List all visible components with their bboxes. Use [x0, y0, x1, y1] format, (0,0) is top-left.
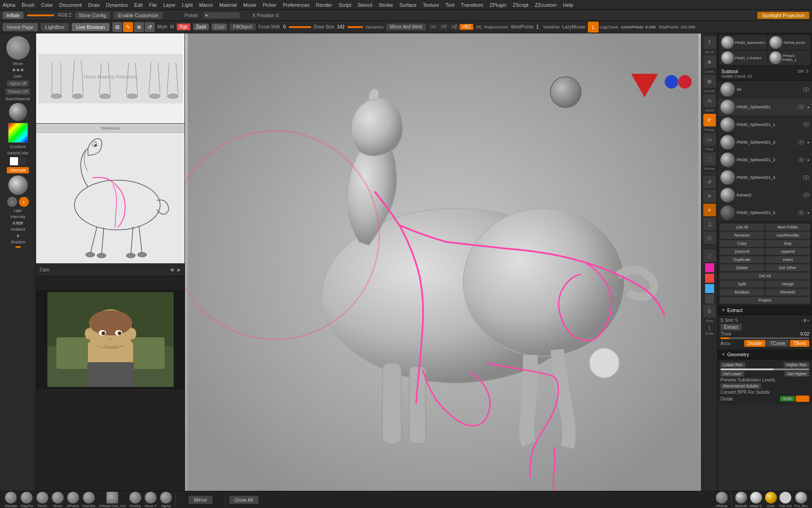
foreground-color[interactable] [10, 157, 18, 165]
subtool-item-extract2[interactable]: Extract2 [718, 186, 812, 204]
grow-all-button[interactable]: Grow All [229, 496, 258, 504]
menu-tool[interactable]: Tool [445, 2, 454, 8]
transp-icon[interactable]: ◻ [703, 232, 716, 244]
menu-brush[interactable]: Brush [22, 2, 35, 8]
tmtoly-item[interactable]: TMToly pm3d [768, 35, 810, 50]
menu-transform[interactable]: Transform [461, 2, 484, 8]
fill-object-button[interactable]: FillObject [230, 23, 256, 30]
s-smt-plus[interactable]: + [807, 318, 809, 323]
auto-reorder-button[interactable]: AutoReorder [766, 232, 811, 239]
subtool-item-sphere1-5[interactable]: PM3D_Sphere3D1_5 ● [718, 204, 812, 222]
sculpt-mode-icon[interactable]: ✎ [123, 22, 133, 32]
item-eye-sphere1-4[interactable] [803, 175, 809, 180]
item-eye-extract2[interactable] [803, 193, 809, 197]
item-eye-sphere1-3[interactable] [798, 140, 804, 144]
basicm-material[interactable]: BasicM [735, 492, 747, 508]
append-button[interactable]: Append [766, 248, 811, 255]
layer-icon[interactable]: ≡ [703, 204, 716, 216]
menu-document[interactable]: Document [59, 2, 82, 8]
zoom-icon[interactable]: ⊕ [703, 56, 716, 68]
aahlf-icon[interactable]: ½ [703, 94, 716, 107]
furbru-material[interactable]: Fur_Bru [794, 492, 807, 508]
menu-color[interactable]: Color [41, 2, 53, 8]
spotlight-projection-button[interactable]: Spotlight Projection [757, 12, 809, 19]
nav-head[interactable] [548, 74, 584, 110]
tbord-button[interactable]: TBord [790, 340, 809, 347]
divide-value-box[interactable] [796, 396, 809, 402]
delete-button[interactable]: Delete [720, 264, 765, 271]
s-smt-minus[interactable]: - [802, 318, 803, 323]
menu-macro[interactable]: Macro [199, 2, 213, 8]
double-button[interactable]: Double [744, 340, 766, 347]
tpose2-item[interactable]: TPose2 PM3D_1 [768, 51, 810, 65]
menu-edit[interactable]: Edit [134, 2, 143, 8]
item-eye-04[interactable] [803, 87, 809, 92]
alternate-button[interactable]: Alternate [7, 167, 28, 173]
menu-preferences[interactable]: Preferences [283, 2, 309, 8]
texture-off-button[interactable]: Texture Off [5, 89, 31, 95]
store-config-button[interactable]: Store Config [75, 12, 110, 19]
menu-zscript[interactable]: ZScript [513, 2, 529, 8]
menu-zzcustom[interactable]: ZZcustom [535, 2, 557, 8]
merge-button[interactable]: Merge [766, 280, 811, 288]
menu-draw[interactable]: Draw [88, 2, 100, 8]
scroll-icon[interactable]: ⤒ [703, 36, 716, 49]
menu-material[interactable]: Material [219, 2, 237, 8]
zmodel-orb-brush[interactable]: ZModel Orb_Crs [99, 492, 126, 508]
lazy-mouse-icon[interactable]: L [588, 22, 599, 33]
extract-button[interactable]: Extract [720, 324, 742, 331]
zadd-button[interactable]: Zadd [193, 23, 209, 30]
floor-icon[interactable]: ▭ [703, 133, 716, 146]
metalc-material[interactable]: Metal C [750, 492, 762, 508]
color-blue-swatch[interactable] [705, 284, 714, 293]
light-on-icon[interactable]: ● [19, 197, 29, 207]
brush-preview[interactable] [6, 36, 30, 60]
nav-head-sphere[interactable] [550, 76, 581, 108]
focal-shift-slider[interactable] [289, 26, 311, 28]
menu-surface[interactable]: Surface [399, 2, 416, 8]
insert-button[interactable]: Insert [766, 256, 811, 263]
draw-size-slider[interactable] [347, 26, 363, 28]
color-magenta-swatch[interactable] [705, 263, 714, 272]
flatcol-material[interactable]: Flat Col [780, 492, 792, 508]
mirror-weld-button[interactable]: Mirror And Weld [386, 23, 426, 30]
item-eye-sphere1[interactable] [798, 105, 804, 109]
menu-script[interactable]: Script [338, 2, 351, 8]
subtool-item-sphere1-1[interactable]: PM3D_Sphere3D1_1 [718, 116, 812, 134]
menu-dynamics[interactable]: Dynamics [106, 2, 128, 8]
lower-res-button[interactable]: Lower Res [720, 362, 745, 368]
menu-movie[interactable]: Movie [243, 2, 256, 8]
item-eye-sphere1-2[interactable] [798, 158, 804, 162]
viewport[interactable] [185, 33, 701, 491]
movet-brush[interactable]: Move T [145, 492, 157, 508]
pm3d-sphere3d1-item[interactable]: PM3D_Sphere3D1 [720, 35, 767, 50]
pm3d1-extract-item[interactable]: PM3D_1 Extract [720, 51, 767, 65]
extract-header[interactable]: ▼ Extract [718, 306, 812, 315]
subtool-item-sphere1[interactable]: PM3D_Sphere3D1 ● [718, 98, 812, 116]
pinch-brush[interactable]: Pinch [37, 492, 48, 508]
thick-slider[interactable] [720, 337, 809, 339]
list-all-button[interactable]: List All [720, 224, 765, 231]
arrow-z-btn[interactable]: >Z [449, 24, 459, 30]
menu-picker[interactable]: Picker [263, 2, 277, 8]
undo-icon[interactable]: ↺ [703, 176, 716, 188]
menu-alpha[interactable]: Alpha [3, 2, 15, 8]
polish-field[interactable]: ● [203, 12, 240, 19]
higher-res-button[interactable]: Higher Res [784, 362, 809, 368]
copy-button[interactable]: Copy [720, 240, 765, 247]
rotate-mode-icon[interactable]: ↺ [145, 22, 155, 32]
zsub-button[interactable]: Zsub [212, 23, 227, 30]
polyf-icon[interactable]: △ [703, 218, 716, 230]
split-button[interactable]: Split [720, 280, 765, 288]
menu-zplugin[interactable]: ZPlugin [489, 2, 506, 8]
inflate-slider[interactable] [27, 14, 54, 16]
live-boolean-tab[interactable]: Live Boolean [72, 23, 110, 31]
menu-stroke[interactable]: Stroke [379, 2, 393, 8]
arrow-all-btn[interactable]: >RC [460, 24, 473, 30]
rename-button[interactable]: Rename [720, 232, 765, 239]
shadow-button[interactable] [15, 246, 21, 248]
subtool-item-04[interactable]: 04 [718, 81, 812, 98]
arrow-x-btn[interactable]: >< [429, 24, 438, 30]
color-swatch[interactable] [8, 123, 28, 143]
menu-stencil[interactable]: Stencil [358, 2, 373, 8]
